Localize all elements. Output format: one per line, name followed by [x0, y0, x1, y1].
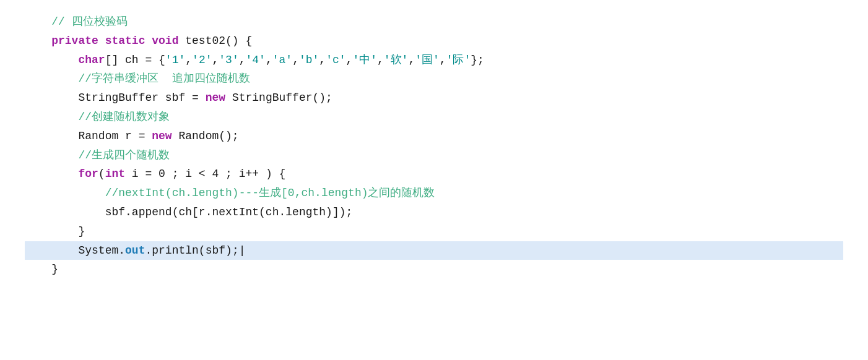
code-token: //字符串缓冲区 追加四位随机数	[78, 70, 250, 88]
code-token: }	[78, 223, 85, 241]
code-line: private static void test02() {	[25, 32, 843, 51]
code-line: for(int i = 0 ; i < 4 ; i++ ) {	[25, 165, 843, 184]
code-line: //创建随机数对象	[25, 108, 843, 127]
code-token: new	[152, 127, 171, 145]
code-line: //字符串缓冲区 追加四位随机数	[25, 69, 843, 88]
code-token: ,	[319, 51, 326, 69]
code-token: sbf.append(ch[r.nextInt(ch.length)]);	[105, 204, 353, 221]
code-token: r =	[118, 127, 152, 145]
code-token: ,	[212, 51, 219, 69]
code-token: '2'	[192, 51, 212, 69]
code-token: ,	[292, 51, 299, 69]
code-token: new	[206, 89, 225, 107]
code-token: };	[471, 51, 484, 69]
code-token: ,	[377, 51, 384, 69]
code-token: ,	[440, 51, 446, 69]
code-line: //生成四个随机数	[25, 146, 843, 165]
code-token: test02() {	[178, 32, 252, 50]
code-token: [] ch = {	[105, 51, 165, 69]
code-token: ,	[346, 51, 353, 69]
code-token: Random	[78, 127, 118, 145]
code-token: out	[125, 242, 145, 260]
code-token: System.	[78, 242, 125, 260]
code-token: Random();	[172, 127, 239, 145]
code-token: '软'	[384, 51, 409, 69]
code-token: sbf =	[158, 89, 206, 107]
code-token: |	[239, 242, 246, 260]
code-token: // 四位校验码	[51, 13, 127, 31]
code-token: (	[98, 165, 105, 183]
code-token: 'c'	[326, 51, 345, 69]
code-token: ,	[185, 51, 192, 69]
code-token: }	[51, 260, 58, 278]
code-token: private static void	[51, 32, 178, 50]
code-token: '国'	[415, 51, 440, 69]
code-editor: // 四位校验码 private static void test02() { …	[0, 0, 868, 360]
code-token: .println(sbf);	[145, 242, 238, 260]
code-line: }	[25, 260, 843, 279]
code-line: char[] ch = {'1','2','3','4','a','b','c'…	[25, 51, 843, 70]
code-token: //创建随机数对象	[78, 108, 170, 126]
code-token: int	[105, 165, 125, 183]
code-line: }	[25, 222, 843, 241]
code-token: 'b'	[299, 51, 319, 69]
code-line: Random r = new Random();	[25, 127, 843, 146]
code-line: // 四位校验码	[25, 12, 843, 32]
code-line: StringBuffer sbf = new StringBuffer();	[25, 88, 843, 108]
code-token: StringBuffer();	[225, 89, 332, 107]
code-token: '1'	[165, 51, 185, 69]
code-token: char	[78, 51, 105, 69]
code-token: i = 0 ; i < 4 ; i++ ) {	[125, 165, 285, 183]
code-token: for	[78, 165, 98, 183]
code-token: 'a'	[272, 51, 292, 69]
code-line: //nextInt(ch.length)---生成[0,ch.length)之间…	[25, 184, 843, 203]
code-token: ,	[408, 51, 415, 69]
code-token: //生成四个随机数	[78, 147, 170, 165]
code-line: System.out.println(sbf);|	[25, 241, 843, 260]
code-token: StringBuffer	[78, 89, 158, 107]
code-token: '3'	[219, 51, 238, 69]
code-token: ,	[239, 51, 246, 69]
code-token: '中'	[352, 51, 377, 69]
code-token: ,	[266, 51, 272, 69]
code-token: '际'	[446, 51, 471, 69]
code-token: //nextInt(ch.length)---生成[0,ch.length)之间…	[105, 184, 435, 202]
code-line: sbf.append(ch[r.nextInt(ch.length)]);	[25, 203, 843, 222]
code-token: '4'	[246, 51, 266, 69]
